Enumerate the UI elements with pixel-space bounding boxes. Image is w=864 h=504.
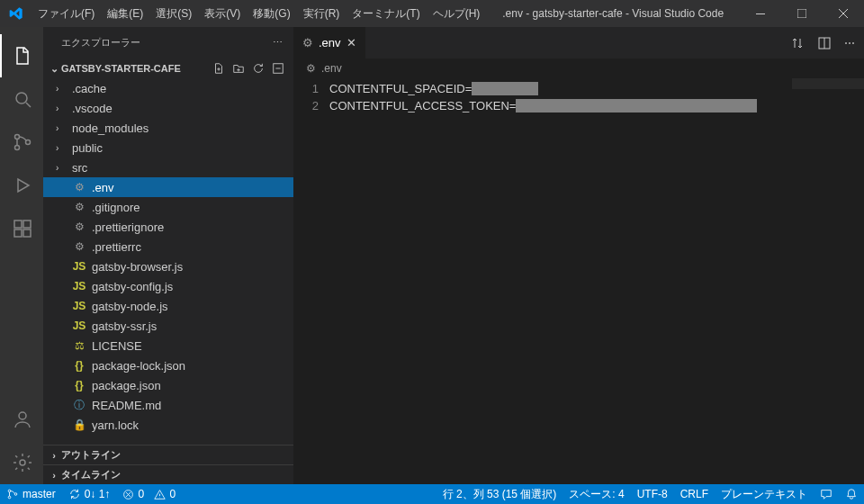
folder-src[interactable]: ›src (43, 158, 293, 177)
menu-help[interactable]: ヘルプ(H) (427, 6, 487, 22)
new-file-icon[interactable] (212, 62, 225, 75)
minimize-button[interactable] (740, 0, 781, 27)
chevron-down-icon: ⌄ (47, 63, 61, 75)
menu-edit[interactable]: 編集(E) (101, 6, 149, 22)
file-gatsby-browser.js[interactable]: JSgatsby-browser.js (43, 256, 293, 276)
file-tree: ›.cache›.vscode›node_modules›public›src⚙… (43, 78, 293, 445)
svg-rect-7 (14, 230, 22, 237)
file-README.md[interactable]: ⓘREADME.md (43, 395, 293, 415)
status-bar: master 0↓ 1↑ 0 0 行 2、列 53 (15 個選択) スペース:… (0, 484, 864, 504)
explorer-icon[interactable] (0, 34, 43, 77)
svg-point-15 (8, 496, 11, 499)
svg-point-16 (14, 493, 17, 496)
code-area[interactable]: 12 CONTENTFUL_SPACEID=CONTENTFUL_ACCESS_… (293, 78, 864, 484)
outline-section[interactable]: ›アウトライン (43, 445, 293, 464)
cursor-pos[interactable]: 行 2、列 53 (15 個選択) (436, 487, 563, 502)
new-folder-icon[interactable] (232, 62, 245, 75)
editor: ⚙ .env ✕ ⋯ ⚙ .env 12 CONTENTFUL_SPACEID=… (293, 27, 864, 484)
svg-point-5 (26, 140, 31, 145)
eol-status[interactable]: CRLF (674, 488, 715, 500)
menu-run[interactable]: 実行(R) (297, 6, 346, 22)
encoding-status[interactable]: UTF-8 (631, 488, 674, 500)
source-control-icon[interactable] (0, 121, 43, 164)
account-icon[interactable] (0, 398, 43, 441)
menu-go[interactable]: 移動(G) (247, 6, 296, 22)
file-.prettierignore[interactable]: ⚙.prettierignore (43, 217, 293, 237)
menu-bar: ファイル(F) 編集(E) 選択(S) 表示(V) 移動(G) 実行(R) ター… (32, 6, 486, 22)
file-gatsby-config.js[interactable]: JSgatsby-config.js (43, 276, 293, 296)
bell-icon[interactable] (839, 488, 864, 500)
file-gatsby-ssr.js[interactable]: JSgatsby-ssr.js (43, 316, 293, 336)
sidebar-more-icon[interactable]: ⋯ (273, 37, 283, 49)
branch-status[interactable]: master (0, 488, 62, 500)
svg-rect-1 (797, 9, 806, 18)
tab-bar: ⚙ .env ✕ ⋯ (293, 27, 864, 58)
menu-select[interactable]: 選択(S) (149, 6, 198, 22)
close-button[interactable] (823, 0, 864, 27)
svg-point-2 (16, 93, 27, 104)
file-yarn.lock[interactable]: 🔒yarn.lock (43, 415, 293, 435)
refresh-icon[interactable] (252, 62, 265, 75)
spaces-status[interactable]: スペース: 4 (562, 487, 630, 502)
activity-bar (0, 27, 43, 484)
feedback-icon[interactable] (814, 488, 839, 500)
menu-terminal[interactable]: ターミナル(T) (346, 6, 426, 22)
gear-icon: ⚙ (306, 62, 316, 75)
svg-rect-0 (756, 14, 765, 14)
file-.env[interactable]: ⚙.env (43, 177, 293, 197)
folder-public[interactable]: ›public (43, 138, 293, 158)
file-LICENSE[interactable]: ⚖LICENSE (43, 336, 293, 356)
problems-status[interactable]: 0 0 (116, 488, 182, 500)
tab-env[interactable]: ⚙ .env ✕ (293, 27, 366, 58)
collapse-icon[interactable] (272, 62, 284, 75)
folder-node_modules[interactable]: ›node_modules (43, 118, 293, 138)
sidebar: エクスプローラー ⋯ ⌄ GATSBY-STARTER-CAFE ›.cache… (43, 27, 293, 484)
folder-.cache[interactable]: ›.cache (43, 78, 293, 98)
run-debug-icon[interactable] (0, 164, 43, 207)
svg-point-11 (20, 460, 25, 465)
file-.prettierrc[interactable]: ⚙.prettierrc (43, 237, 293, 256)
folder-.vscode[interactable]: ›.vscode (43, 98, 293, 118)
svg-point-10 (19, 412, 26, 419)
svg-rect-6 (14, 220, 22, 228)
extensions-icon[interactable] (0, 207, 43, 250)
file-gatsby-node.js[interactable]: JSgatsby-node.js (43, 296, 293, 316)
file-.gitignore[interactable]: ⚙.gitignore (43, 197, 293, 217)
svg-rect-9 (23, 220, 31, 228)
compare-icon[interactable] (790, 36, 805, 50)
svg-point-4 (15, 146, 20, 150)
maximize-button[interactable] (781, 0, 823, 27)
svg-point-3 (15, 135, 20, 140)
file-package-lock.json[interactable]: {}package-lock.json (43, 356, 293, 375)
breadcrumb[interactable]: ⚙ .env (293, 58, 864, 78)
minimap[interactable] (792, 78, 864, 89)
window-title: .env - gatsby-starter-cafe - Visual Stud… (486, 7, 740, 20)
lang-status[interactable]: プレーンテキスト (715, 487, 814, 502)
menu-file[interactable]: ファイル(F) (32, 6, 101, 22)
sidebar-title: エクスプローラー ⋯ (43, 27, 293, 58)
project-header[interactable]: ⌄ GATSBY-STARTER-CAFE (43, 58, 293, 78)
sync-status[interactable]: 0↓ 1↑ (62, 488, 117, 500)
title-bar: ファイル(F) 編集(E) 選択(S) 表示(V) 移動(G) 実行(R) ター… (0, 0, 864, 27)
tab-more-icon[interactable]: ⋯ (844, 37, 855, 50)
timeline-section[interactable]: ›タイムライン (43, 464, 293, 484)
menu-view[interactable]: 表示(V) (198, 6, 247, 22)
search-icon[interactable] (0, 77, 43, 121)
settings-icon[interactable] (0, 441, 43, 484)
file-package.json[interactable]: {}package.json (43, 375, 293, 395)
vscode-logo (0, 6, 32, 21)
svg-rect-8 (23, 230, 31, 237)
gear-icon: ⚙ (302, 36, 313, 50)
split-icon[interactable] (817, 36, 832, 50)
close-icon[interactable]: ✕ (346, 36, 356, 50)
